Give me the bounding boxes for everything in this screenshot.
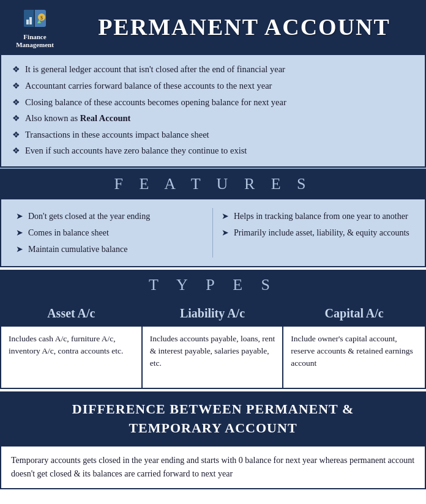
logo-area: $ FinanceManagement (7, 5, 62, 49)
diamond-icon: ❖ (12, 129, 20, 141)
difference-body: Temporary accounts gets closed in the ye… (0, 447, 426, 490)
types-header: T Y P E S (0, 270, 426, 300)
arrow-icon: ➤ (16, 226, 23, 239)
features-left-col: ➤ Don't gets closed at the year ending ➤… (7, 208, 213, 258)
list-item: ❖ Closing balance of these accounts beco… (12, 94, 414, 111)
capital-header: Capital A/c (283, 300, 425, 327)
bullet-list: ❖ It is general ledger account that isn'… (12, 61, 414, 159)
list-item: ❖ Also known as Real Account (12, 110, 414, 127)
svg-rect-4 (29, 17, 32, 24)
arrow-icon: ➤ (16, 243, 23, 256)
logo-icon: $ (21, 5, 48, 32)
liability-col: Liability A/c Includes accounts payable,… (143, 300, 284, 388)
feature-item: ➤ Helps in tracking balance from one yea… (222, 208, 410, 224)
feature-item: ➤ Primarily include asset, liability, & … (222, 224, 410, 241)
diamond-icon: ❖ (12, 80, 20, 92)
list-item: ❖ Even if such accounts have zero balanc… (12, 143, 414, 159)
feature-item: ➤ Don't gets closed at the year ending (16, 208, 204, 224)
bullet-text: It is general ledger account that isn't … (25, 63, 285, 75)
svg-rect-1 (24, 10, 34, 27)
asset-header: Asset A/c (1, 300, 141, 327)
page-header: $ FinanceManagement PERMANENT ACCOUNT (0, 0, 426, 54)
arrow-icon: ➤ (16, 210, 23, 223)
asset-body: Includes cash A/c, furniture A/c, invent… (1, 327, 141, 388)
arrow-icon: ➤ (222, 226, 229, 239)
feature-item: ➤ Maintain cumulative balance (16, 241, 204, 258)
liability-body: Includes accounts payable, loans, rent &… (143, 327, 283, 388)
features-right-list: ➤ Helps in tracking balance from one yea… (222, 208, 410, 241)
bullet-text: Accountant carries forward balance of th… (25, 80, 272, 92)
asset-col: Asset A/c Includes cash A/c, furniture A… (1, 300, 143, 388)
features-left-list: ➤ Don't gets closed at the year ending ➤… (16, 208, 204, 258)
diamond-icon: ❖ (12, 64, 20, 76)
bullet-text: Transactions in these accounts impact ba… (25, 128, 209, 141)
bullet-section: ❖ It is general ledger account that isn'… (0, 54, 426, 168)
features-header: F E A T U R E S (0, 168, 426, 199)
types-grid: Asset A/c Includes cash A/c, furniture A… (0, 300, 426, 389)
features-grid: ➤ Don't gets closed at the year ending ➤… (0, 199, 426, 267)
capital-body: Include owner's capital account, reserve… (283, 327, 425, 388)
liability-header: Liability A/c (143, 300, 283, 327)
diamond-icon: ❖ (12, 113, 20, 125)
feature-item: ➤ Comes in balance sheet (16, 224, 204, 241)
list-item: ❖ Transactions in these accounts impact … (12, 127, 414, 143)
svg-rect-3 (26, 20, 29, 24)
svg-rect-2 (34, 10, 35, 27)
svg-text:$: $ (40, 15, 43, 21)
logo-text: FinanceManagement (16, 33, 54, 49)
list-item: ❖ It is general ledger account that isn'… (12, 61, 414, 78)
features-right-col: ➤ Helps in tracking balance from one yea… (213, 208, 419, 258)
difference-header: DIFFERENCE BETWEEN PERMANENT &TEMPORARY … (0, 391, 426, 447)
bullet-text: Even if such accounts have zero balance … (25, 144, 247, 157)
arrow-icon: ➤ (222, 210, 229, 223)
real-account-label: Real Account (80, 113, 131, 123)
diamond-icon: ❖ (12, 97, 20, 109)
bullet-text: Closing balance of these accounts become… (25, 96, 286, 108)
bullet-text-prefix: Also known as Real Account (25, 112, 130, 124)
diamond-icon: ❖ (12, 145, 20, 157)
list-item: ❖ Accountant carries forward balance of … (12, 78, 414, 94)
capital-col: Capital A/c Include owner's capital acco… (283, 300, 425, 388)
page-title: PERMANENT ACCOUNT (70, 13, 419, 40)
